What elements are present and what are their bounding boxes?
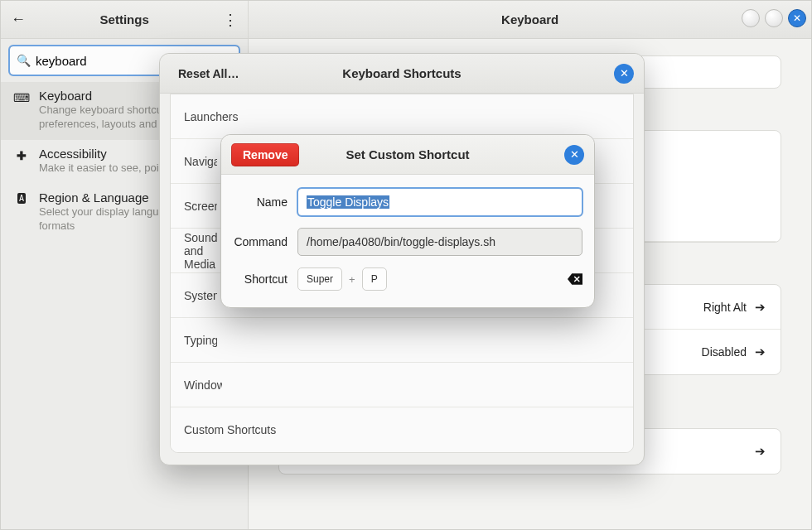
chevron-right-icon: ➔ [755, 300, 766, 315]
back-icon: ← [11, 11, 26, 28]
shortcuts-header: Reset All… Keyboard Shortcuts ✕ [160, 54, 644, 94]
back-button[interactable]: ← [7, 9, 29, 31]
command-input[interactable]: /home/pa4080/bin/toggle-displays.sh [297, 228, 582, 256]
reset-all-button[interactable]: Reset All… [170, 62, 247, 85]
region-icon [14, 192, 29, 207]
command-label: Command [233, 235, 297, 248]
shortcuts-section-windows[interactable]: Windows [171, 363, 633, 407]
shortcuts-section-typing[interactable]: Typing [171, 318, 633, 363]
remove-button[interactable]: Remove [231, 143, 299, 166]
accessibility-icon [14, 148, 29, 163]
window-controls: ✕ [742, 9, 806, 27]
chevron-right-icon: ➔ [755, 444, 766, 459]
keycap-p: P [362, 267, 387, 291]
sidebar-title: Settings [29, 12, 220, 26]
set-custom-shortcut-dialog: Remove Set Custom Shortcut ✕ Name Toggle… [220, 134, 595, 308]
search-icon: 🔍 [17, 54, 31, 67]
keycap-super: Super [297, 267, 342, 291]
shortcut-label: Shortcut [233, 272, 297, 286]
chevron-right-icon: ➔ [755, 344, 766, 359]
shortcut-row: Shortcut Super + P [233, 267, 582, 291]
command-value: /home/pa4080/bin/toggle-displays.sh [307, 235, 495, 248]
kebab-icon: ⋮ [223, 11, 238, 29]
content-title: Keyboard [501, 12, 558, 26]
shortcuts-section-launchers[interactable]: Launchers [171, 94, 633, 139]
window-minimize-button[interactable] [742, 9, 760, 27]
name-selected-text: Toggle Displays [307, 195, 389, 209]
content-header: Keyboard ✕ [249, 1, 811, 39]
plus-icon: + [349, 273, 355, 286]
shortcuts-close-button[interactable]: ✕ [614, 64, 634, 84]
row-value: Disabled ➔ [702, 344, 766, 359]
custom-body: Name Toggle Displays Command /home/pa408… [221, 175, 594, 307]
name-row: Name Toggle Displays [233, 188, 582, 216]
custom-close-button[interactable]: ✕ [564, 145, 584, 165]
backspace-icon [568, 273, 582, 285]
custom-header: Remove Set Custom Shortcut ✕ [221, 135, 594, 175]
keyboard-icon [14, 90, 29, 105]
name-label: Name [233, 195, 297, 209]
window-close-button[interactable]: ✕ [788, 9, 806, 27]
row-value: Right Alt ➔ [703, 300, 766, 315]
window-maximize-button[interactable] [765, 9, 783, 27]
command-row: Command /home/pa4080/bin/toggle-displays… [233, 228, 582, 256]
hamburger-menu-button[interactable]: ⋮ [220, 9, 241, 31]
clear-shortcut-button[interactable] [568, 273, 582, 285]
sidebar-header: ← Settings ⋮ [1, 1, 248, 39]
shortcuts-section-custom[interactable]: Custom Shortcuts [171, 407, 633, 452]
name-input[interactable]: Toggle Displays [297, 188, 582, 216]
